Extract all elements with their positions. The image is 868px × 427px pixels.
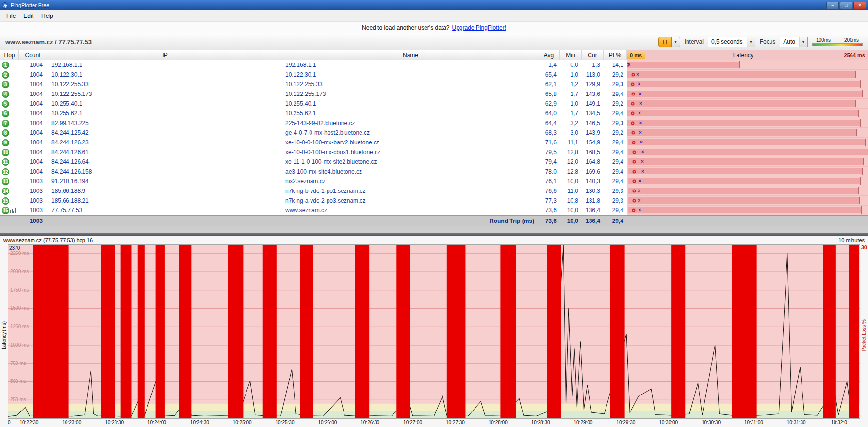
cur-cell: 136,4 (582, 206, 604, 215)
latency-range-bar (628, 168, 862, 174)
min-cell: 10,0 (560, 176, 582, 186)
focus-select[interactable]: Auto ▾ (780, 37, 808, 47)
table-row[interactable]: 6100410.255.62.110.255.62.164,01,7134,52… (0, 109, 868, 118)
time-tick-label: 10:30:30 (702, 420, 721, 425)
name-cell: 10.255.40.1 (283, 99, 538, 109)
name-cell: xe-11-1-0-100-mx-site2.bluetone.cz (283, 157, 538, 167)
target-address: www.seznam.cz / 77.75.77.53 (5, 38, 658, 46)
minimize-button[interactable]: – (826, 2, 839, 9)
header-min[interactable]: Min (560, 50, 582, 60)
hop-number-badge: 6 (2, 110, 9, 117)
latency-plot[interactable]: 2370 250 ms500 ms750 ms1000 ms1250 ms150… (8, 244, 860, 419)
time-tick-label: 10:29:30 (616, 420, 635, 425)
table-row[interactable]: 16100377.75.77.53www.seznam.cz73,610,013… (0, 206, 868, 215)
packet-loss-bar (228, 245, 244, 418)
table-row[interactable]: 10100484.244.126.61xe-10-0-0-100-mx-cbos… (0, 147, 868, 157)
header-name[interactable]: Name (283, 50, 538, 60)
avg-marker-icon (632, 131, 635, 134)
hop-number-badge: 12 (2, 168, 9, 175)
header-count[interactable]: Count (19, 50, 47, 60)
header-pl[interactable]: PL% (604, 50, 627, 60)
pause-dropdown-caret[interactable]: ▾ (672, 37, 680, 47)
upgrade-link[interactable]: Upgrade PingPlotter! (452, 24, 506, 31)
header-cur[interactable]: Cur (582, 50, 604, 60)
round-trip-avg: 73,6 (538, 216, 560, 226)
table-row[interactable]: 11100484.244.126.64xe-11-1-0-100-mx-site… (0, 157, 868, 167)
avg-marker-icon (631, 121, 635, 125)
count-cell: 1003 (19, 186, 47, 196)
pane-splitter[interactable] (0, 233, 868, 236)
table-row[interactable]: 4100410.122.255.17310.122.255.17365,81,7… (0, 89, 868, 99)
ip-cell: 77.75.77.53 (47, 206, 283, 215)
pause-icon (663, 40, 667, 44)
pause-button[interactable] (658, 37, 672, 47)
latency-range-bar (627, 62, 739, 68)
latency-bar-cell: × (627, 118, 868, 128)
packet-loss-bar (732, 245, 757, 418)
hop-cell: 7 (0, 118, 19, 128)
latency-bar-cell: × (627, 206, 868, 215)
table-row[interactable]: 2100410.122.30.110.122.30.165,41,0113,02… (0, 70, 868, 79)
latency-range-bar (628, 178, 860, 184)
count-cell: 1004 (19, 138, 47, 147)
panel-gap (0, 226, 868, 233)
latency-bar-cell: × (627, 70, 868, 79)
packet-loss-bar (121, 245, 132, 418)
latency-bar-cell: × (627, 128, 868, 138)
avg-marker-icon (631, 82, 635, 86)
time-tick-label: 10:25:30 (276, 420, 295, 425)
ip-cell: 84.244.125.42 (47, 128, 283, 138)
menu-file[interactable]: File (2, 11, 19, 21)
controls: ▾ Interval 0,5 seconds ▾ Focus Auto ▾ 10… (658, 37, 863, 47)
table-row[interactable]: 12100484.244.126.158ae3-100-mx-site4.blu… (0, 167, 868, 176)
hop-cell: 11 (0, 157, 19, 167)
packet-loss-bar (447, 245, 466, 418)
table-row[interactable]: 3100410.122.255.3310.122.255.3362,11,212… (0, 79, 868, 89)
header-ip[interactable]: IP (47, 50, 283, 60)
pl-cell: 29,2 (604, 128, 627, 138)
latency-range-bar (628, 149, 868, 155)
packet-loss-max: 30 (861, 244, 867, 250)
interval-select[interactable]: 0,5 seconds ▾ (708, 37, 755, 47)
table-row[interactable]: 9100484.244.126.23xe-10-0-0-100-mx-barv2… (0, 138, 868, 147)
cur-cell: 164,8 (582, 157, 604, 167)
hop-cell: 10 (0, 147, 19, 157)
header-avg[interactable]: Avg (538, 50, 560, 60)
latency-bar-cell: × (627, 186, 868, 196)
min-cell: 1,0 (560, 70, 582, 79)
avg-marker-icon (631, 92, 635, 95)
name-cell: 10.122.255.33 (283, 79, 538, 89)
min-cell: 1,7 (560, 109, 582, 118)
table-row[interactable]: 141003185.66.188.9n7k-ng-b-vdc-1-po1.sez… (0, 186, 868, 196)
min-cell: 1,7 (560, 89, 582, 99)
min-cell: 3,2 (560, 118, 582, 128)
table-row[interactable]: 151003185.66.188.21n7k-ng-a-vdc-2-po3.se… (0, 196, 868, 206)
min-cell: 11,1 (560, 138, 582, 147)
legend-gradient-bar (812, 43, 863, 46)
pl-cell: 29,4 (604, 157, 627, 167)
time-tick-label: 10:31:30 (787, 420, 806, 425)
table-row[interactable]: 11004192.168.1.1192.168.1.11,40,01,314,1… (0, 60, 868, 70)
graph-header: www.seznam.cz (77.75.77.53) hop 16 10 mi… (0, 236, 868, 244)
name-cell: 10.255.62.1 (283, 109, 538, 118)
latency-range-bar (627, 91, 861, 97)
table-row[interactable]: 8100484.244.125.42ge-4-0-7-0-mx-host2.bl… (0, 128, 868, 138)
table-row[interactable]: 13100391.210.16.194nix2.seznam.cz76,110,… (0, 176, 868, 186)
close-button[interactable]: ✕ (853, 2, 866, 9)
hop-number-badge: 3 (2, 81, 9, 88)
header-hop[interactable]: Hop (0, 50, 19, 60)
packet-loss-bar (396, 245, 410, 418)
latency-max-tick (856, 129, 857, 136)
avg-marker-icon (631, 111, 635, 115)
latency-range-bar (627, 110, 857, 116)
maximize-button[interactable]: □ (840, 2, 852, 9)
hop-chart-icon (10, 208, 16, 213)
menu-help[interactable]: Help (37, 11, 57, 21)
menu-edit[interactable]: Edit (19, 11, 37, 21)
min-cell: 12,8 (560, 167, 582, 176)
table-row[interactable]: 5100410.255.40.110.255.40.162,91,0149,12… (0, 99, 868, 109)
packet-loss-axis-label: 30 Packet Loss % (860, 244, 868, 427)
avg-cell: 65,8 (538, 89, 560, 99)
table-row[interactable]: 7100482.99.143.225225-143-99-82.bluetone… (0, 118, 868, 128)
count-cell: 1004 (19, 109, 47, 118)
